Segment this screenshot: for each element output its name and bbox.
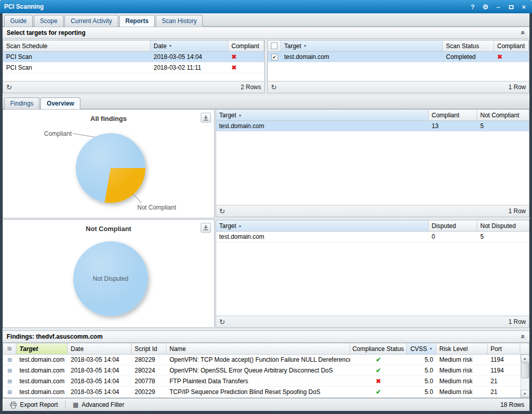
table-header-row: Target▼ Scan Status Compliant (268, 40, 529, 52)
callout-line (133, 194, 142, 203)
date-cell: 2018-03-05 14:04 (151, 52, 228, 63)
main-tab-bar: Guide Scope Current Activity Reports Sca… (3, 13, 529, 27)
column-header-target[interactable]: Target▲ (216, 110, 429, 120)
expand-row-icon[interactable]: ⊞ (7, 378, 12, 385)
download-chart-button[interactable] (201, 113, 211, 122)
scroll-up-button[interactable]: ▲ (521, 355, 529, 362)
vertical-scrollbar[interactable]: ▲ ▼ (520, 355, 529, 398)
export-report-button[interactable]: Export Report (6, 400, 62, 409)
name-cell: OpenVPN: TCP Mode accept() Function Fail… (166, 355, 350, 365)
scroll-down-button[interactable]: ▼ (521, 390, 529, 398)
finding-row[interactable]: ⊞ test.domain.com 2018-03-05 14:04 20077… (3, 376, 520, 387)
refresh-icon[interactable]: ↻ (6, 84, 12, 91)
restore-icon (509, 5, 514, 9)
sort-asc-icon: ▲ (238, 113, 242, 117)
expand-row-icon[interactable]: ⊞ (7, 367, 12, 374)
target-cell: test.domain.com (16, 387, 68, 398)
scan-row[interactable]: PCI Scan 2018-03-05 14:04 ✖ (3, 52, 264, 63)
row-checkbox-checked[interactable]: ✔ (271, 54, 278, 60)
column-label: Scan Status (446, 43, 479, 50)
refresh-icon[interactable]: ↻ (271, 84, 277, 91)
tab-scope[interactable]: Scope (34, 15, 63, 27)
expand-row-icon[interactable]: ⊞ (7, 357, 12, 363)
refresh-icon[interactable]: ↻ (219, 318, 225, 325)
column-header-script-id[interactable]: Script Id (132, 343, 166, 354)
overview-tables-column: Target▲ Compliant Not Compliant test.dom… (216, 109, 529, 328)
column-header-compliant[interactable]: Compliant (429, 110, 477, 120)
finding-row[interactable]: ⊞ test.domain.com 2018-03-05 14:04 28022… (3, 355, 520, 365)
expand-all-header[interactable]: ⊞ (3, 343, 16, 354)
findings-title: Findings: thedvf.asuscomm.com (7, 333, 102, 340)
scroll-down-icon: ▼ (523, 392, 527, 396)
column-header-compliant[interactable]: Compliant (228, 40, 264, 51)
advanced-filter-button[interactable]: ▦ Advanced Filter (69, 400, 129, 409)
restore-button[interactable] (507, 3, 515, 11)
column-header-compliant[interactable]: Compliant (494, 40, 529, 51)
download-icon (203, 224, 209, 231)
column-header-name[interactable]: Name (166, 343, 350, 354)
minimize-button[interactable]: – (494, 3, 502, 11)
select-all-checkbox[interactable] (271, 43, 278, 49)
download-chart-button[interactable] (201, 223, 211, 233)
dispute-summary-table: Target▲ Disputed Not Disputed test.domai… (216, 220, 529, 328)
callout-line (73, 133, 95, 137)
refresh-icon[interactable]: ↻ (219, 208, 225, 215)
port-cell: 1194 (487, 365, 520, 376)
tab-findings[interactable]: Findings (4, 97, 39, 109)
column-header-target[interactable]: Target (16, 343, 68, 354)
tab-label: Findings (10, 100, 33, 107)
column-label: Name (169, 345, 186, 353)
table-header-row: Target▲ Compliant Not Compliant (216, 110, 529, 121)
tab-current-activity[interactable]: Current Activity (65, 15, 118, 27)
column-header-date[interactable]: Date▼ (151, 40, 228, 51)
scrollbar-thumb[interactable] (521, 363, 529, 378)
expand-row-icon[interactable]: ⊞ (7, 389, 12, 396)
compliant-cell: ✖ (228, 52, 264, 63)
column-label: CVSS (410, 345, 427, 353)
collapse-section-icon[interactable]: « (519, 31, 527, 35)
scroll-up-icon: ▲ (523, 357, 527, 360)
column-header-scan-schedule[interactable]: Scan Schedule (3, 40, 151, 51)
scan-row[interactable]: PCI Scan 2018-03-02 11:11 ✖ (3, 63, 264, 73)
column-label: Scan Schedule (6, 43, 48, 50)
help-icon[interactable]: ? (469, 3, 477, 11)
close-button[interactable]: × (520, 3, 528, 11)
app-content: Guide Scope Current Activity Reports Sca… (3, 13, 529, 411)
column-header-compliance-status[interactable]: Compliance Status (350, 343, 407, 354)
tab-label: Guide (10, 17, 27, 25)
column-header-risk-level[interactable]: Risk Level (436, 343, 487, 354)
summary-row[interactable]: test.domain.com 0 5 (216, 232, 529, 242)
not-compliant-icon: ✖ (376, 378, 381, 385)
column-header-target[interactable]: Target▼ (281, 40, 443, 51)
findings-header: Findings: thedvf.asuscomm.com « (3, 330, 529, 343)
column-header-not-disputed[interactable]: Not Disputed (477, 220, 529, 231)
target-cell: test.domain.com (16, 355, 68, 365)
row-count: 2 Rows (241, 84, 261, 91)
tab-overview[interactable]: Overview (40, 97, 80, 109)
column-header-scan-status[interactable]: Scan Status (443, 40, 494, 51)
column-header-cvss[interactable]: CVSS▼ (407, 343, 436, 354)
summary-row[interactable]: test.domain.com 13 5 (216, 121, 529, 132)
tab-reports[interactable]: Reports (119, 15, 155, 27)
tab-scan-history[interactable]: Scan History (156, 15, 203, 27)
collapse-section-icon[interactable]: « (519, 335, 527, 339)
column-header-target[interactable]: Target▲ (216, 220, 429, 231)
column-header-port[interactable]: Port (487, 343, 520, 354)
finding-row[interactable]: ⊞ test.domain.com 2018-03-05 14:04 28022… (3, 365, 520, 376)
cvss-cell: 5.0 (407, 365, 436, 376)
date-cell: 2018-03-02 11:11 (151, 63, 228, 73)
row-checkbox-cell: ✔ (268, 52, 281, 63)
target-row[interactable]: ✔ test.domain.com Completed ✖ (268, 52, 529, 63)
scan-schedule-cell: PCI Scan (3, 63, 151, 73)
column-header-date[interactable]: Date (68, 343, 132, 354)
column-header-disputed[interactable]: Disputed (429, 220, 477, 231)
toolbar-divider (65, 401, 66, 409)
compliance-cell: ✔ (350, 387, 407, 398)
select-all-checkbox-cell (268, 40, 281, 51)
finding-row[interactable]: ⊞ test.domain.com 2018-03-05 14:04 20022… (3, 387, 520, 398)
tab-guide[interactable]: Guide (4, 15, 33, 27)
port-cell: 21 (487, 387, 520, 398)
settings-gear-icon[interactable]: ⚙ (481, 3, 490, 11)
risk-level-cell: Medium risk (436, 355, 487, 365)
column-header-not-compliant[interactable]: Not Compliant (477, 110, 529, 120)
